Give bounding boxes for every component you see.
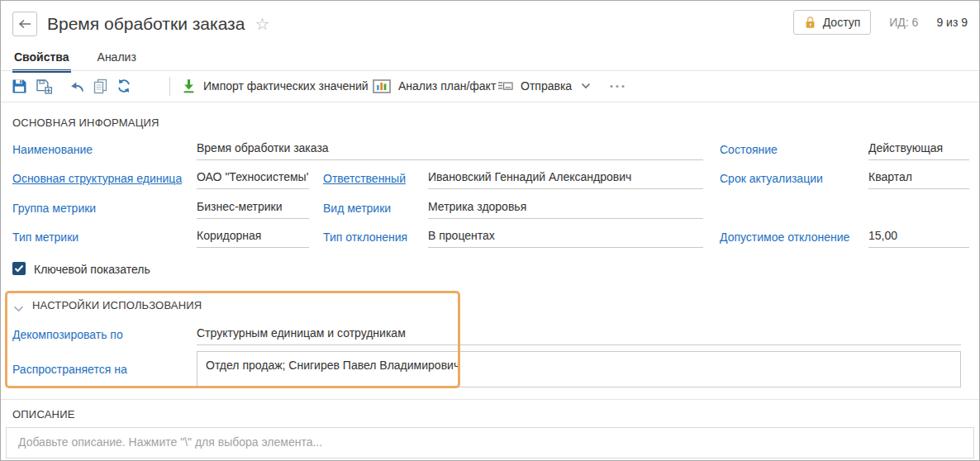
- key-indicator-label: Ключевой показатель: [34, 263, 150, 276]
- undo-icon: [69, 80, 85, 93]
- applies-to-value: Отдел продаж; Снигирев Павел Владимирови…: [197, 352, 960, 372]
- deviation-type-field[interactable]: В процентах: [428, 229, 703, 248]
- decompose-label: Декомпозировать по: [12, 328, 123, 341]
- actualization-label: Срок актуализации: [720, 172, 823, 185]
- section-title-description: ОПИСАНИЕ: [12, 408, 75, 421]
- decompose-field[interactable]: Структурным единицам и сотрудникам: [197, 326, 961, 345]
- metric-type-field[interactable]: Коридорная: [197, 229, 309, 248]
- more-actions-button[interactable]: [609, 74, 626, 97]
- allowed-deviation-field[interactable]: 15,00: [868, 229, 969, 248]
- header: Время обработки заказа ☆: [12, 12, 269, 36]
- import-actuals-button[interactable]: Импорт фактических значений: [182, 74, 369, 97]
- key-indicator-checkbox[interactable]: [12, 262, 26, 275]
- tab-properties[interactable]: Свойства: [12, 48, 71, 73]
- download-icon: [182, 78, 196, 94]
- plan-fact-label: Анализ план/факт: [398, 79, 496, 93]
- section-divider: [1, 399, 979, 400]
- record-id: ИД: 6: [889, 16, 918, 29]
- page-title: Время обработки заказа: [47, 14, 245, 34]
- metric-type-label: Тип метрики: [12, 230, 78, 244]
- name-field[interactable]: Время обработки заказа: [197, 141, 703, 160]
- toolbar-separator: [169, 77, 170, 96]
- applies-to-field[interactable]: Отдел продаж; Снигирев Павел Владимирови…: [197, 351, 961, 387]
- deviation-type-label: Тип отклонения: [323, 230, 407, 244]
- metric-group-label: Группа метрики: [12, 202, 96, 215]
- refresh-icon: [117, 78, 131, 93]
- copy-icon: [93, 78, 107, 94]
- import-actuals-label: Импорт фактических значений: [203, 79, 369, 93]
- responsible-field[interactable]: Ивановский Геннадий Александрович: [428, 170, 703, 189]
- ellipsis-icon: [609, 84, 626, 88]
- description-placeholder: Добавьте описание. Нажмите "\" для выбор…: [7, 428, 973, 449]
- org-unit-field[interactable]: ОАО "Техносистемы': [197, 170, 309, 189]
- org-unit-link[interactable]: Основная структурная единица: [12, 172, 182, 185]
- save-and-new-button[interactable]: [36, 74, 53, 97]
- metric-group-field[interactable]: Бизнес-метрики: [197, 200, 309, 219]
- name-label: Наименование: [12, 143, 93, 156]
- send-form-icon: [497, 80, 513, 92]
- metric-kind-field[interactable]: Метрика здоровья: [428, 200, 703, 219]
- record-pager: 9 из 9: [936, 16, 968, 29]
- save-add-icon: [36, 78, 53, 94]
- favorite-star-icon[interactable]: ☆: [255, 16, 269, 32]
- copy-button[interactable]: [93, 74, 107, 97]
- state-field[interactable]: Действующая: [868, 141, 969, 160]
- back-button[interactable]: [12, 12, 37, 36]
- tab-bar: Свойства Анализ: [12, 48, 138, 73]
- save-icon: [12, 78, 27, 94]
- bar-chart-icon: [373, 79, 391, 93]
- description-editor[interactable]: Добавьте описание. Нажмите "\" для выбор…: [6, 427, 974, 459]
- send-label: Отправка: [521, 79, 572, 93]
- tab-analysis[interactable]: Анализ: [96, 48, 138, 73]
- section-title-main-info: ОСНОВНАЯ ИНФОРМАЦИЯ: [12, 116, 159, 129]
- chevron-down-icon: [13, 306, 24, 312]
- refresh-button[interactable]: [117, 74, 131, 97]
- actualization-field[interactable]: Квартал: [868, 170, 969, 189]
- metric-card-window: Время обработки заказа ☆ Доступ ИД: 6 9 …: [0, 0, 980, 461]
- chevron-down-icon: [581, 83, 591, 89]
- arrow-left-icon: [18, 19, 31, 29]
- undo-button[interactable]: [69, 74, 85, 97]
- responsible-link[interactable]: Ответственный: [323, 172, 406, 185]
- applies-to-label: Распространяется на: [12, 363, 127, 376]
- state-label: Состояние: [720, 143, 778, 156]
- usage-section-collapse-button[interactable]: [13, 301, 24, 316]
- access-button-label: Доступ: [823, 16, 861, 29]
- allowed-deviation-label: Допустимое отклонение: [720, 230, 849, 244]
- save-button[interactable]: [12, 74, 27, 97]
- send-button[interactable]: Отправка: [497, 74, 591, 97]
- toolbar: Импорт фактических значений Анализ план/…: [1, 71, 979, 102]
- metric-kind-label: Вид метрики: [323, 202, 391, 215]
- section-title-usage-settings: НАСТРОЙКИ ИСПОЛЬЗОВАНИЯ: [32, 299, 202, 311]
- checkmark-icon: [14, 264, 24, 273]
- header-right: Доступ ИД: 6 9 из 9: [793, 10, 968, 35]
- toolbar-divider: [1, 102, 979, 102]
- lock-icon: [804, 16, 816, 29]
- plan-fact-analysis-button[interactable]: Анализ план/факт: [373, 74, 496, 97]
- access-button[interactable]: Доступ: [793, 10, 872, 35]
